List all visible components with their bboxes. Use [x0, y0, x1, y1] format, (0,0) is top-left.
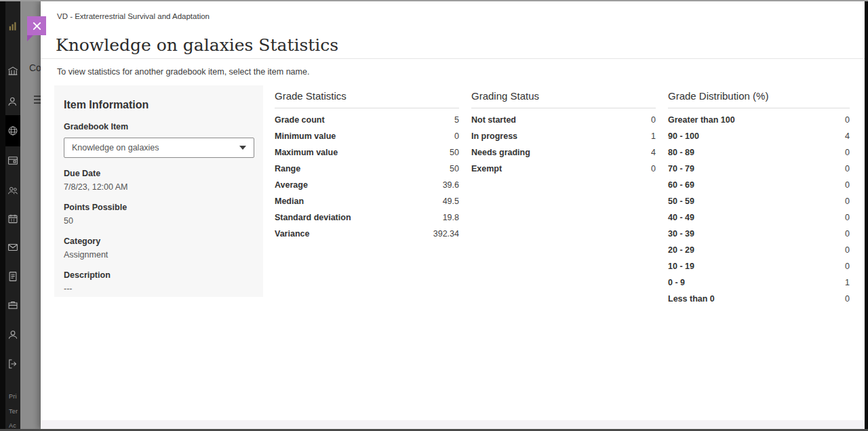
- stat-row: 10 - 190: [668, 258, 850, 274]
- grades-document-icon[interactable]: [5, 269, 20, 284]
- section-title: Grading Status: [471, 90, 656, 108]
- stat-value: 0: [845, 180, 850, 190]
- stat-label: In progress: [471, 131, 517, 141]
- stat-row: Needs grading4: [471, 144, 656, 161]
- institution-icon[interactable]: [5, 64, 20, 79]
- stats-section: Grading StatusNot started0In progress1Ne…: [471, 90, 656, 177]
- stat-label: 10 - 19: [668, 262, 694, 271]
- stat-value: 39.6: [443, 180, 459, 190]
- background-partial-text: Co: [29, 62, 41, 73]
- stat-label: Not started: [471, 115, 516, 125]
- stat-label: Average: [275, 180, 308, 190]
- app-sidebar: PriTerAc: [5, 1, 20, 429]
- stat-value: 1: [651, 131, 656, 141]
- stat-row: Exempt0: [471, 161, 656, 177]
- sidebar-footer-link[interactable]: Ac: [9, 422, 16, 429]
- stat-value: 0: [845, 294, 850, 304]
- item-field-label: Due Date: [64, 169, 254, 178]
- globe-icon[interactable]: [5, 115, 20, 146]
- stat-label: Maximum value: [275, 148, 338, 157]
- stat-value: 50: [450, 164, 459, 173]
- stat-label: 90 - 100: [668, 131, 699, 141]
- tools-icon[interactable]: [5, 297, 20, 312]
- calendar-icon[interactable]: [5, 211, 20, 226]
- stat-value: 0: [845, 262, 850, 271]
- stat-label: 60 - 69: [668, 180, 694, 190]
- stat-label: Exempt: [471, 164, 502, 173]
- stat-label: Minimum value: [275, 131, 336, 141]
- sign-out-icon[interactable]: [5, 356, 20, 371]
- stat-row: 90 - 1004: [668, 128, 850, 144]
- stat-value: 4: [845, 131, 850, 141]
- stat-row: Median49.5: [275, 193, 459, 209]
- stat-label: 20 - 29: [668, 245, 694, 255]
- chevron-down-icon: [239, 146, 246, 150]
- stat-row: Minimum value0: [275, 128, 459, 144]
- item-field-value: ---: [64, 284, 254, 293]
- messages-icon[interactable]: [5, 240, 20, 255]
- item-field-label: Description: [64, 270, 254, 280]
- close-button[interactable]: [27, 16, 46, 35]
- admin-profile-icon[interactable]: [5, 94, 20, 109]
- profile-icon[interactable]: [5, 327, 20, 342]
- gradebook-item-selected-value: Knowledge on galaxies: [72, 143, 159, 152]
- item-field-value: 7/8/23, 12:00 AM: [64, 182, 254, 192]
- list-menu-icon: [34, 94, 41, 108]
- background-footer-strip: [41, 420, 865, 429]
- stat-label: Variance: [275, 229, 309, 239]
- stat-label: 30 - 39: [668, 229, 694, 239]
- stat-row: Standard deviation19.8: [275, 209, 459, 226]
- stat-value: 1: [845, 278, 850, 287]
- gradebook-item-select[interactable]: Knowledge on galaxies: [64, 138, 254, 158]
- header-divider: [41, 58, 865, 59]
- stat-value: 0: [845, 245, 850, 255]
- stat-value: 49.5: [443, 197, 459, 206]
- stat-value: 0: [845, 115, 850, 125]
- stat-row: Less than 00: [668, 291, 850, 307]
- item-field-value: Assignment: [64, 250, 254, 260]
- stat-label: Needs grading: [471, 148, 530, 157]
- stat-row: 60 - 690: [668, 177, 850, 193]
- stat-row: 30 - 390: [668, 226, 850, 242]
- stat-value: 0: [651, 115, 656, 125]
- activity-stream-icon[interactable]: [5, 153, 20, 168]
- statistics-panel: VD - Extraterrestrial Survival and Adapt…: [41, 1, 865, 429]
- page-title: Knowledge on galaxies Statistics: [56, 35, 338, 55]
- stat-label: 0 - 9: [668, 278, 685, 287]
- stats-section: Grade Distribution (%)Greater than 10009…: [668, 90, 850, 307]
- stat-value: 50: [450, 148, 459, 157]
- stat-label: Median: [275, 197, 304, 206]
- stats-section: Grade StatisticsGrade count5Minimum valu…: [275, 90, 459, 242]
- stat-row: Maximum value50: [275, 144, 459, 161]
- item-information-title: Item Information: [64, 99, 254, 111]
- stat-label: Standard deviation: [275, 213, 351, 222]
- dimmed-background-page: Co: [20, 1, 41, 429]
- sidebar-footer-link[interactable]: Pri: [9, 393, 17, 400]
- item-information-box: Item Information Gradebook Item Knowledg…: [54, 85, 263, 297]
- stat-value: 4: [651, 148, 656, 157]
- stat-label: Grade count: [275, 115, 325, 125]
- stat-row: Range50: [275, 161, 459, 177]
- item-field-label: Category: [64, 237, 254, 246]
- gradebook-item-label: Gradebook Item: [64, 122, 254, 131]
- stat-label: 70 - 79: [668, 164, 694, 173]
- stat-value: 5: [454, 115, 459, 125]
- stat-label: 40 - 49: [668, 213, 694, 222]
- close-icon: [33, 22, 41, 30]
- stat-value: 0: [845, 229, 850, 239]
- instruction-text: To view statistics for another gradebook…: [57, 67, 309, 77]
- courses-people-icon[interactable]: [5, 183, 20, 198]
- window-edge-left: [0, 0, 5, 431]
- stat-row: 70 - 790: [668, 161, 850, 177]
- window-edge-right: [865, 0, 868, 431]
- item-field-value: 50: [64, 216, 254, 226]
- stat-label: Less than 0: [668, 294, 715, 304]
- stat-value: 392.34: [433, 229, 459, 239]
- stat-row: Average39.6: [275, 177, 459, 193]
- stat-value: 19.8: [443, 213, 459, 222]
- stat-row: 80 - 890: [668, 144, 850, 161]
- sidebar-footer-link[interactable]: Ter: [9, 408, 18, 415]
- stat-value: 0: [651, 164, 656, 173]
- stat-row: 20 - 290: [668, 242, 850, 258]
- stat-row: 40 - 490: [668, 209, 850, 226]
